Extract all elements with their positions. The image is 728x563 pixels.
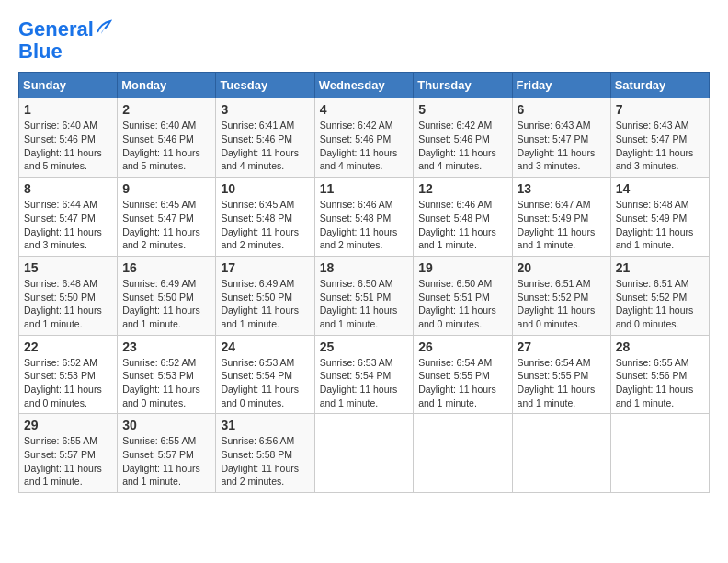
day-detail: Sunrise: 6:49 AMSunset: 5:50 PMDaylight:…: [122, 277, 210, 331]
calendar-cell: 28Sunrise: 6:55 AMSunset: 5:56 PMDayligh…: [610, 335, 709, 414]
day-number: 2: [122, 102, 210, 117]
day-number: 10: [221, 181, 309, 196]
calendar-cell: 18Sunrise: 6:50 AMSunset: 5:51 PMDayligh…: [314, 256, 414, 335]
calendar-week-row: 29Sunrise: 6:55 AMSunset: 5:57 PMDayligh…: [19, 414, 710, 493]
day-number: 21: [616, 260, 704, 275]
day-number: 27: [518, 339, 606, 354]
calendar-cell: 1Sunrise: 6:40 AMSunset: 5:46 PMDaylight…: [19, 98, 118, 178]
logo-general: General: [18, 17, 94, 40]
calendar-cell: 14Sunrise: 6:48 AMSunset: 5:49 PMDayligh…: [610, 178, 709, 257]
day-detail: Sunrise: 6:55 AMSunset: 5:57 PMDaylight:…: [122, 434, 210, 488]
calendar-cell: [610, 414, 709, 493]
day-number: 19: [418, 260, 506, 275]
day-number: 6: [518, 102, 606, 117]
day-detail: Sunrise: 6:50 AMSunset: 5:51 PMDaylight:…: [320, 277, 409, 331]
day-detail: Sunrise: 6:43 AMSunset: 5:47 PMDaylight:…: [518, 119, 606, 173]
header-friday: Friday: [512, 73, 610, 98]
day-number: 29: [24, 418, 112, 432]
calendar-cell: 22Sunrise: 6:52 AMSunset: 5:53 PMDayligh…: [19, 335, 118, 414]
day-detail: Sunrise: 6:53 AMSunset: 5:54 PMDaylight:…: [320, 356, 409, 410]
header-wednesday: Wednesday: [314, 73, 414, 98]
logo-blue: Blue: [18, 40, 63, 63]
day-detail: Sunrise: 6:52 AMSunset: 5:53 PMDaylight:…: [24, 356, 112, 410]
calendar-cell: 24Sunrise: 6:53 AMSunset: 5:54 PMDayligh…: [216, 335, 314, 414]
calendar-cell: 2Sunrise: 6:40 AMSunset: 5:46 PMDaylight…: [118, 98, 216, 178]
day-detail: Sunrise: 6:45 AMSunset: 5:47 PMDaylight:…: [122, 198, 210, 252]
calendar-cell: 16Sunrise: 6:49 AMSunset: 5:50 PMDayligh…: [118, 256, 216, 335]
calendar-cell: 9Sunrise: 6:45 AMSunset: 5:47 PMDaylight…: [118, 178, 216, 257]
day-number: 20: [518, 260, 606, 275]
calendar-cell: 13Sunrise: 6:47 AMSunset: 5:49 PMDayligh…: [512, 178, 610, 257]
day-number: 11: [320, 181, 409, 196]
day-detail: Sunrise: 6:41 AMSunset: 5:46 PMDaylight:…: [221, 119, 309, 173]
calendar-cell: 21Sunrise: 6:51 AMSunset: 5:52 PMDayligh…: [610, 256, 709, 335]
calendar-cell: 7Sunrise: 6:43 AMSunset: 5:47 PMDaylight…: [610, 98, 709, 178]
header-thursday: Thursday: [414, 73, 512, 98]
day-detail: Sunrise: 6:56 AMSunset: 5:58 PMDaylight:…: [221, 434, 309, 488]
calendar-cell: 25Sunrise: 6:53 AMSunset: 5:54 PMDayligh…: [314, 335, 414, 414]
day-detail: Sunrise: 6:54 AMSunset: 5:55 PMDaylight:…: [418, 356, 506, 410]
day-number: 9: [122, 181, 210, 196]
calendar-cell: 4Sunrise: 6:42 AMSunset: 5:46 PMDaylight…: [314, 98, 414, 178]
calendar-cell: [414, 414, 512, 493]
header-monday: Monday: [118, 73, 216, 98]
calendar-cell: 26Sunrise: 6:54 AMSunset: 5:55 PMDayligh…: [414, 335, 512, 414]
day-number: 5: [418, 102, 506, 117]
calendar-week-row: 15Sunrise: 6:48 AMSunset: 5:50 PMDayligh…: [19, 256, 710, 335]
day-detail: Sunrise: 6:54 AMSunset: 5:55 PMDaylight:…: [518, 356, 606, 410]
day-number: 23: [122, 339, 210, 354]
day-detail: Sunrise: 6:43 AMSunset: 5:47 PMDaylight:…: [616, 119, 704, 173]
day-number: 7: [616, 102, 704, 117]
calendar-cell: 3Sunrise: 6:41 AMSunset: 5:46 PMDaylight…: [216, 98, 314, 178]
day-number: 31: [221, 418, 309, 432]
logo-bird-icon: [96, 19, 112, 36]
calendar-cell: 31Sunrise: 6:56 AMSunset: 5:58 PMDayligh…: [216, 414, 314, 493]
day-detail: Sunrise: 6:46 AMSunset: 5:48 PMDaylight:…: [320, 198, 409, 252]
day-detail: Sunrise: 6:55 AMSunset: 5:56 PMDaylight:…: [616, 356, 704, 410]
calendar-week-row: 8Sunrise: 6:44 AMSunset: 5:47 PMDaylight…: [19, 178, 710, 257]
calendar-cell: 29Sunrise: 6:55 AMSunset: 5:57 PMDayligh…: [19, 414, 118, 493]
calendar-week-row: 1Sunrise: 6:40 AMSunset: 5:46 PMDaylight…: [19, 98, 710, 178]
header-tuesday: Tuesday: [216, 73, 314, 98]
day-number: 22: [24, 339, 112, 354]
day-detail: Sunrise: 6:44 AMSunset: 5:47 PMDaylight:…: [24, 198, 112, 252]
header-saturday: Saturday: [610, 73, 709, 98]
calendar-cell: 5Sunrise: 6:42 AMSunset: 5:46 PMDaylight…: [414, 98, 512, 178]
day-number: 24: [221, 339, 309, 354]
day-detail: Sunrise: 6:42 AMSunset: 5:46 PMDaylight:…: [418, 119, 506, 173]
calendar-cell: 15Sunrise: 6:48 AMSunset: 5:50 PMDayligh…: [19, 256, 118, 335]
day-number: 26: [418, 339, 506, 354]
calendar-cell: 19Sunrise: 6:50 AMSunset: 5:51 PMDayligh…: [414, 256, 512, 335]
calendar-cell: 23Sunrise: 6:52 AMSunset: 5:53 PMDayligh…: [118, 335, 216, 414]
calendar-cell: 11Sunrise: 6:46 AMSunset: 5:48 PMDayligh…: [314, 178, 414, 257]
day-detail: Sunrise: 6:48 AMSunset: 5:50 PMDaylight:…: [24, 277, 112, 331]
day-detail: Sunrise: 6:46 AMSunset: 5:48 PMDaylight:…: [418, 198, 506, 252]
calendar-cell: 27Sunrise: 6:54 AMSunset: 5:55 PMDayligh…: [512, 335, 610, 414]
day-detail: Sunrise: 6:42 AMSunset: 5:46 PMDaylight:…: [320, 119, 409, 173]
day-number: 28: [616, 339, 704, 354]
calendar-table: SundayMondayTuesdayWednesdayThursdayFrid…: [18, 72, 710, 493]
page-header: General Blue: [18, 18, 710, 63]
day-detail: Sunrise: 6:40 AMSunset: 5:46 PMDaylight:…: [122, 119, 210, 173]
day-number: 13: [518, 181, 606, 196]
calendar-cell: 8Sunrise: 6:44 AMSunset: 5:47 PMDaylight…: [19, 178, 118, 257]
calendar-week-row: 22Sunrise: 6:52 AMSunset: 5:53 PMDayligh…: [19, 335, 710, 414]
day-number: 18: [320, 260, 409, 275]
calendar-cell: 17Sunrise: 6:49 AMSunset: 5:50 PMDayligh…: [216, 256, 314, 335]
day-detail: Sunrise: 6:47 AMSunset: 5:49 PMDaylight:…: [518, 198, 606, 252]
day-detail: Sunrise: 6:53 AMSunset: 5:54 PMDaylight:…: [221, 356, 309, 410]
logo: General Blue: [18, 18, 112, 63]
calendar-cell: 12Sunrise: 6:46 AMSunset: 5:48 PMDayligh…: [414, 178, 512, 257]
day-number: 3: [221, 102, 309, 117]
calendar-cell: 20Sunrise: 6:51 AMSunset: 5:52 PMDayligh…: [512, 256, 610, 335]
day-number: 25: [320, 339, 409, 354]
calendar-cell: 6Sunrise: 6:43 AMSunset: 5:47 PMDaylight…: [512, 98, 610, 178]
day-number: 17: [221, 260, 309, 275]
day-number: 4: [320, 102, 409, 117]
day-number: 16: [122, 260, 210, 275]
day-detail: Sunrise: 6:49 AMSunset: 5:50 PMDaylight:…: [221, 277, 309, 331]
day-detail: Sunrise: 6:52 AMSunset: 5:53 PMDaylight:…: [122, 356, 210, 410]
day-detail: Sunrise: 6:40 AMSunset: 5:46 PMDaylight:…: [24, 119, 112, 173]
day-number: 1: [24, 102, 112, 117]
calendar-cell: [314, 414, 414, 493]
